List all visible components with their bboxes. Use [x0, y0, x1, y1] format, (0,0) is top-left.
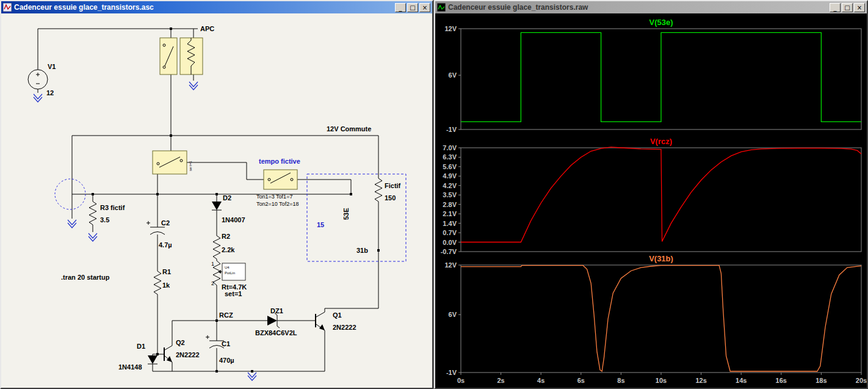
spice-directive[interactable]: .tran 20 startup	[61, 274, 110, 281]
resistor-r2[interactable]	[213, 233, 220, 261]
ltspice-schematic-icon	[3, 3, 12, 12]
r1-name-label[interactable]: R1	[162, 268, 171, 275]
potentiometer-box[interactable]: U4 PotLin	[218, 263, 245, 280]
net-label-rcz[interactable]: RCZ	[219, 311, 233, 319]
tempo-param2-label[interactable]: Ton2=10 Tof2=18	[256, 201, 298, 207]
net-label-apc[interactable]: APC	[200, 25, 214, 32]
close-button[interactable]: ×	[854, 3, 865, 12]
resistor-r3[interactable]	[89, 200, 96, 228]
d2-value-label[interactable]: 1N4007	[222, 216, 245, 224]
ground-flag-icon[interactable]	[248, 373, 256, 380]
d1-name-label[interactable]: D1	[137, 343, 145, 350]
wire[interactable]	[316, 136, 378, 317]
diode-d1[interactable]	[148, 355, 157, 364]
r2-name-label[interactable]: R2	[222, 233, 230, 240]
y-tick-label: -1V	[446, 126, 457, 133]
relay-component-mid[interactable]: se t=1	[153, 151, 192, 174]
wire[interactable]	[165, 321, 217, 350]
trace-title[interactable]: V(31b)	[649, 254, 673, 263]
ground-flag-icon[interactable]	[89, 233, 97, 241]
y-tick-label: 7.0V	[443, 144, 457, 151]
v1-name-label[interactable]: V1	[48, 63, 56, 70]
r3-value-label[interactable]: 3.5	[100, 216, 109, 224]
ground-flag-icon[interactable]	[189, 82, 198, 90]
c1-value-label[interactable]: 470µ	[219, 357, 234, 364]
wire[interactable]	[72, 136, 378, 194]
waveform-canvas[interactable]: V(53e)12V6V-1VV(rcz)7.0V6.3V5.6V4.9V4.2V…	[435, 13, 867, 388]
waveform-window: Cadenceur essuie glace_transistors.raw _…	[434, 0, 868, 389]
resistor-fictif[interactable]	[375, 176, 382, 205]
r1-value-label[interactable]: 1k	[162, 282, 170, 289]
switch-tempo[interactable]	[264, 170, 297, 189]
q1-name-label[interactable]: Q1	[333, 311, 342, 319]
schematic-window: Cadenceur essuie glace_transistors.asc _…	[0, 0, 433, 389]
q2-value-label[interactable]: 2N2222	[176, 351, 200, 358]
y-tick-label: 6V	[449, 311, 457, 318]
x-tick-label: 18s	[816, 377, 826, 384]
c2-value-label[interactable]: 4.7µ	[159, 241, 172, 249]
x-tick-label: 12s	[695, 377, 706, 384]
rfictif-name-label[interactable]: Fictif	[385, 182, 401, 189]
relay-note-label: se t=1	[189, 161, 192, 171]
y-tick-label: 12V	[444, 261, 457, 269]
q1-value-label[interactable]: 2N2222	[333, 324, 356, 331]
y-tick-label: -1V	[446, 369, 457, 376]
pot-model-label: PotLin	[225, 271, 235, 275]
trace-line[interactable]	[461, 266, 861, 371]
tempo-param1-label[interactable]: Ton1=3 Tof1=7	[256, 194, 292, 200]
x-tick-label: 6s	[577, 377, 585, 384]
y-tick-label: 6.3V	[443, 153, 457, 161]
trace-line[interactable]	[461, 147, 861, 242]
v1-value-label[interactable]: 12	[46, 89, 54, 96]
x-tick-label: 8s	[617, 377, 624, 384]
y-tick-label: 0.0V	[443, 239, 457, 246]
wires[interactable]	[38, 29, 378, 371]
resistor-r1[interactable]	[154, 269, 161, 296]
net-label-12v-commute[interactable]: 12V Commute	[327, 125, 371, 133]
d2-name-label[interactable]: D2	[223, 194, 231, 202]
pot-ref-label: U4	[225, 266, 230, 269]
schematic-canvas[interactable]: se t=1 U4 PotLin	[1, 13, 432, 388]
maximize-button[interactable]: □	[842, 3, 853, 12]
d1-value-label[interactable]: 1N4148	[118, 363, 142, 371]
x-tick-label: 20s	[856, 377, 867, 384]
q2-name-label[interactable]: Q2	[176, 339, 185, 346]
x-tick-label: 4s	[537, 377, 544, 384]
wire[interactable]	[165, 324, 325, 371]
ground-flag-icon[interactable]	[34, 94, 42, 102]
net-label-31b[interactable]: 31b	[356, 247, 368, 254]
close-button[interactable]: ×	[419, 3, 430, 12]
tempo-title-label[interactable]: tempo fictive	[259, 158, 300, 165]
rfictif-value-label[interactable]: 150	[385, 194, 396, 202]
y-tick-label: 0.7V	[443, 229, 457, 236]
y-tick-label: 1.4V	[443, 220, 457, 227]
schematic-drawing[interactable]: se t=1 U4 PotLin	[1, 13, 432, 388]
trace-line[interactable]	[461, 32, 861, 122]
trace-title[interactable]: V(rcz)	[650, 137, 672, 146]
waveform-titlebar[interactable]: Cadenceur essuie glace_transistors.raw _…	[435, 1, 867, 13]
ground-flag-icon[interactable]	[68, 220, 76, 228]
net-label-15[interactable]: 15	[317, 221, 324, 228]
schematic-titlebar[interactable]: Cadenceur essuie glace_transistors.asc _…	[1, 1, 432, 13]
minimize-button[interactable]: _	[395, 3, 406, 12]
x-tick-label: 16s	[776, 377, 787, 384]
dz1-value-label[interactable]: BZX84C6V2L	[255, 329, 297, 336]
r2-value-label[interactable]: 2.2k	[222, 246, 235, 253]
trace-title[interactable]: V(53e)	[649, 18, 673, 27]
waveform-plot[interactable]: V(53e)12V6V-1VV(rcz)7.0V6.3V5.6V4.9V4.2V…	[435, 13, 867, 388]
pot-set-label[interactable]: set=1	[225, 290, 242, 297]
y-tick-label: 6V	[449, 71, 457, 79]
diode-d2[interactable]	[212, 202, 222, 210]
voltage-source-v1[interactable]	[28, 70, 48, 89]
maximize-button[interactable]: □	[407, 3, 418, 12]
y-tick-label: 12V	[444, 25, 457, 32]
c2-name-label[interactable]: C2	[161, 219, 170, 227]
c1-name-label[interactable]: C1	[222, 340, 230, 347]
dz1-name-label[interactable]: DZ1	[270, 307, 283, 314]
r3-name-label[interactable]: R3 fictif	[100, 204, 125, 211]
net-label-53e[interactable]: 53E	[342, 208, 350, 220]
minimize-button[interactable]: _	[830, 3, 841, 12]
x-tick-label: 2s	[497, 377, 504, 384]
y-tick-label: 4.9V	[443, 172, 457, 180]
relay-component-top[interactable]	[160, 38, 203, 75]
